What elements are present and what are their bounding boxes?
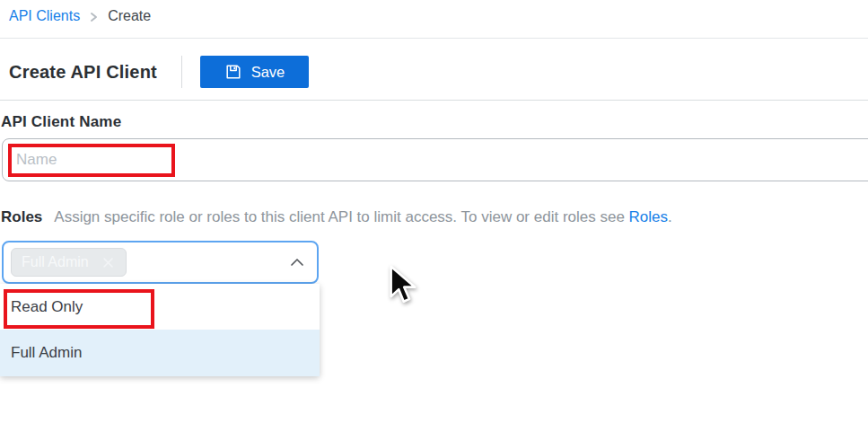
create-api-client-page: API Clients Create Create API Client Sav… — [0, 0, 868, 432]
roles-link[interactable]: Roles — [629, 208, 668, 225]
breadcrumb: API Clients Create — [9, 8, 151, 24]
role-chip-full-admin[interactable]: Full Admin — [11, 248, 127, 277]
roles-header: Roles Assign specific role or roles to t… — [1, 208, 672, 226]
save-icon — [224, 63, 242, 81]
breadcrumb-divider — [0, 38, 868, 39]
breadcrumb-link-api-clients[interactable]: API Clients — [9, 8, 80, 24]
api-client-name-input[interactable] — [2, 138, 868, 181]
roles-description: Assign specific role or roles to this cl… — [54, 208, 672, 226]
page-title: Create API Client — [9, 62, 157, 83]
chevron-right-icon — [90, 11, 98, 23]
dropdown-option-full-admin[interactable]: Full Admin — [0, 330, 320, 376]
save-button-label: Save — [251, 64, 285, 81]
header-vertical-divider — [181, 56, 182, 88]
breadcrumb-current: Create — [108, 8, 151, 24]
page-header: Create API Client Save — [9, 56, 309, 88]
remove-chip-icon[interactable] — [101, 256, 115, 269]
header-divider — [0, 100, 868, 101]
save-button[interactable]: Save — [200, 56, 309, 88]
api-client-name-label: API Client Name — [1, 113, 121, 131]
roles-multiselect[interactable]: Full Admin — [2, 241, 319, 284]
role-chip-label: Full Admin — [22, 254, 89, 270]
roles-label: Roles — [1, 208, 42, 226]
dropdown-option-read-only[interactable]: Read Only — [0, 284, 320, 330]
chevron-up-icon[interactable] — [290, 258, 304, 267]
mouse-cursor — [389, 265, 419, 312]
roles-dropdown: Read Only Full Admin — [0, 284, 320, 376]
